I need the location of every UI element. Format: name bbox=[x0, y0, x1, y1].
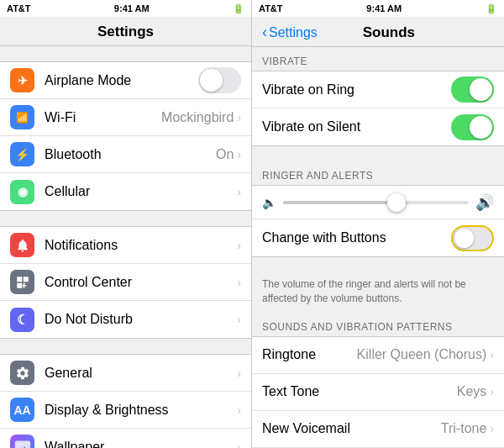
left-panel: AT&T 9:41 AM 🔋 Settings ✈ Airplane Mode … bbox=[0, 0, 252, 448]
volume-low-icon: 🔈 bbox=[262, 196, 276, 209]
ringtone-chevron: › bbox=[490, 348, 494, 361]
text-tone-label: Text Tone bbox=[262, 384, 457, 399]
vibrate-silent-row[interactable]: Vibrate on Silent bbox=[252, 108, 504, 145]
ringtone-label: Ringtone bbox=[262, 347, 357, 362]
bluetooth-label: Bluetooth bbox=[45, 147, 216, 162]
volume-high-icon: 🔊 bbox=[475, 193, 494, 212]
ringer-section-label: RINGER AND ALERTS bbox=[252, 161, 504, 185]
patterns-section: Ringtone Killer Queen (Chorus) › Text To… bbox=[252, 336, 504, 448]
settings-row-display[interactable]: AA Display & Brightness › bbox=[0, 392, 251, 429]
wallpaper-icon bbox=[10, 435, 34, 448]
airplane-label: Airplane Mode bbox=[45, 73, 198, 88]
volume-slider-thumb[interactable] bbox=[387, 193, 406, 212]
change-buttons-row[interactable]: Change with Buttons bbox=[252, 219, 504, 256]
left-header: Settings bbox=[0, 17, 251, 46]
settings-group-2: Notifications › Control Center › ☾ Do No… bbox=[0, 226, 251, 339]
vibrate-section: Vibrate on Ring Vibrate on Silent bbox=[252, 71, 504, 146]
bluetooth-icon: ⚡ bbox=[10, 142, 34, 166]
change-buttons-toggle[interactable] bbox=[451, 225, 494, 251]
back-label: Settings bbox=[269, 25, 318, 40]
notifications-icon bbox=[10, 233, 34, 257]
display-chevron: › bbox=[237, 403, 241, 417]
settings-row-wallpaper[interactable]: Wallpaper › bbox=[0, 429, 251, 448]
right-time: 9:41 AM bbox=[366, 3, 402, 13]
settings-row-controlcenter[interactable]: Control Center › bbox=[0, 264, 251, 301]
settings-row-general[interactable]: General › bbox=[0, 355, 251, 392]
controlcenter-icon bbox=[10, 270, 34, 294]
new-voicemail-chevron: › bbox=[490, 422, 494, 435]
controlcenter-label: Control Center bbox=[45, 275, 237, 290]
controlcenter-chevron: › bbox=[237, 276, 241, 289]
airplane-toggle[interactable] bbox=[198, 67, 241, 93]
ringer-note: The volume of the ringer and alerts will… bbox=[252, 272, 504, 313]
text-tone-chevron: › bbox=[490, 385, 494, 398]
general-icon bbox=[10, 361, 34, 385]
wallpaper-chevron: › bbox=[237, 440, 241, 449]
volume-slider-fill bbox=[283, 201, 395, 204]
bluetooth-chevron: › bbox=[237, 148, 241, 161]
donotdisturb-chevron: › bbox=[237, 313, 241, 326]
volume-slider-track[interactable] bbox=[283, 201, 469, 204]
general-chevron: › bbox=[237, 366, 241, 380]
settings-row-bluetooth[interactable]: ⚡ Bluetooth On › bbox=[0, 136, 251, 173]
ringtone-row[interactable]: Ringtone Killer Queen (Chorus) › bbox=[252, 337, 504, 374]
right-carrier: AT&T bbox=[259, 3, 283, 13]
settings-row-airplane[interactable]: ✈ Airplane Mode bbox=[0, 62, 251, 99]
new-voicemail-value: Tri-tone bbox=[441, 421, 487, 436]
wifi-value: Mockingbird bbox=[161, 110, 234, 125]
vibrate-ring-toggle[interactable] bbox=[451, 76, 494, 103]
donotdisturb-icon: ☾ bbox=[10, 308, 34, 332]
settings-row-cellular[interactable]: ◉ Cellular › bbox=[0, 173, 251, 210]
new-voicemail-row[interactable]: New Voicemail Tri-tone › bbox=[252, 411, 504, 448]
wifi-chevron: › bbox=[237, 111, 241, 124]
left-title: Settings bbox=[97, 24, 154, 40]
donotdisturb-label: Do Not Disturb bbox=[45, 312, 237, 327]
bluetooth-value: On bbox=[216, 147, 234, 162]
left-battery: 🔋 bbox=[233, 3, 244, 14]
right-title: Sounds bbox=[318, 24, 460, 41]
left-status-bar: AT&T 9:41 AM 🔋 bbox=[0, 0, 251, 17]
ringtone-value: Killer Queen (Chorus) bbox=[357, 347, 487, 362]
vibrate-section-label: VIBRATE bbox=[252, 47, 504, 71]
display-label: Display & Brightness bbox=[45, 403, 237, 418]
left-time: 9:41 AM bbox=[114, 3, 150, 13]
settings-group-3: General › AA Display & Brightness › Wall… bbox=[0, 354, 251, 448]
patterns-section-label: SOUNDS AND VIBRATION PATTERNS bbox=[252, 313, 504, 336]
wallpaper-label: Wallpaper bbox=[45, 440, 237, 449]
right-panel: AT&T 9:41 AM 🔋 ‹ Settings Sounds VIBRATE… bbox=[252, 0, 504, 448]
settings-group-1: ✈ Airplane Mode 📶 Wi-Fi Mockingbird › ⚡ … bbox=[0, 61, 251, 211]
general-label: General bbox=[45, 366, 237, 381]
airplane-icon: ✈ bbox=[10, 68, 34, 92]
right-status-bar: AT&T 9:41 AM 🔋 bbox=[252, 0, 504, 17]
vibrate-ring-label: Vibrate on Ring bbox=[262, 82, 451, 98]
right-content: VIBRATE Vibrate on Ring Vibrate on Silen… bbox=[252, 47, 504, 448]
wifi-icon: 📶 bbox=[10, 105, 34, 129]
display-icon: AA bbox=[10, 398, 34, 422]
settings-list: ✈ Airplane Mode 📶 Wi-Fi Mockingbird › ⚡ … bbox=[0, 46, 251, 448]
new-voicemail-label: New Voicemail bbox=[262, 421, 441, 436]
back-chevron-icon: ‹ bbox=[262, 24, 267, 41]
notifications-label: Notifications bbox=[45, 238, 237, 253]
wifi-label: Wi-Fi bbox=[45, 110, 161, 125]
vibrate-ring-row[interactable]: Vibrate on Ring bbox=[252, 71, 504, 108]
notifications-chevron: › bbox=[237, 239, 241, 252]
settings-row-donotdisturb[interactable]: ☾ Do Not Disturb › bbox=[0, 301, 251, 338]
vibrate-silent-toggle[interactable] bbox=[451, 114, 494, 140]
change-buttons-label: Change with Buttons bbox=[262, 230, 451, 245]
ringer-section: 🔈 🔊 Change with Buttons bbox=[252, 185, 504, 257]
right-header: ‹ Settings Sounds bbox=[252, 17, 504, 47]
settings-row-notifications[interactable]: Notifications › bbox=[0, 227, 251, 264]
back-button[interactable]: ‹ Settings bbox=[262, 24, 318, 41]
settings-row-wifi[interactable]: 📶 Wi-Fi Mockingbird › bbox=[0, 99, 251, 136]
cellular-icon: ◉ bbox=[10, 180, 34, 204]
vibrate-silent-label: Vibrate on Silent bbox=[262, 119, 451, 134]
right-battery: 🔋 bbox=[486, 3, 497, 14]
cellular-label: Cellular bbox=[45, 184, 237, 199]
volume-slider-row[interactable]: 🔈 🔊 bbox=[252, 186, 504, 219]
left-carrier: AT&T bbox=[7, 3, 31, 13]
text-tone-row[interactable]: Text Tone Keys › bbox=[252, 374, 504, 411]
text-tone-value: Keys bbox=[457, 384, 487, 399]
cellular-chevron: › bbox=[237, 185, 241, 198]
